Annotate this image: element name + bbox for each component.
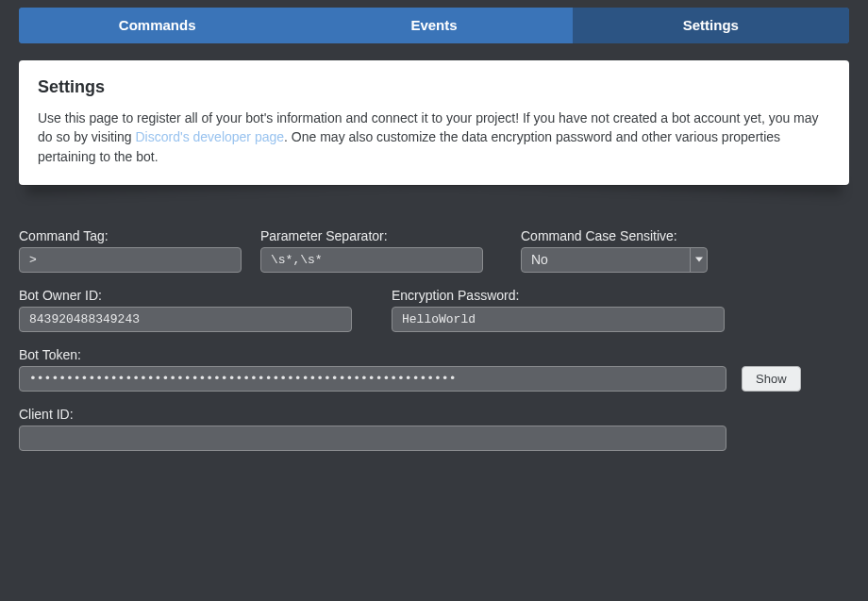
field-bot-owner-id: Bot Owner ID: [19,288,352,332]
tab-settings[interactable]: Settings [573,8,849,43]
settings-form: Command Tag: Parameter Separator: Comman… [19,228,849,451]
label-command-tag: Command Tag: [19,228,242,243]
label-encryption-password: Encryption Password: [392,288,725,303]
parameter-separator-input[interactable] [260,247,483,273]
label-command-case-sensitive: Command Case Sensitive: [521,228,708,243]
settings-card: Settings Use this page to register all o… [19,60,849,185]
discord-developer-link[interactable]: Discord's developer page [136,129,285,144]
bot-owner-id-input[interactable] [19,307,352,332]
tab-commands[interactable]: Commands [19,8,295,43]
card-title: Settings [38,77,830,97]
label-bot-token: Bot Token: [19,347,726,362]
field-command-case-sensitive: Command Case Sensitive: No [521,228,708,273]
field-encryption-password: Encryption Password: [392,288,725,332]
card-description: Use this page to register all of your bo… [38,109,830,166]
command-tag-input[interactable] [19,247,242,273]
field-parameter-separator: Parameter Separator: [260,228,483,273]
command-case-sensitive-select[interactable]: No [521,247,708,273]
tab-label: Settings [683,17,739,33]
bot-token-input[interactable] [19,366,726,392]
show-button[interactable]: Show [742,366,801,392]
tab-events[interactable]: Events [295,8,572,43]
encryption-password-input[interactable] [392,307,725,332]
field-command-tag: Command Tag: [19,228,242,273]
client-id-input[interactable] [19,426,726,451]
field-bot-token: Bot Token: [19,347,726,392]
label-client-id: Client ID: [19,407,726,422]
tab-label: Commands [119,17,196,33]
field-client-id: Client ID: [19,407,726,451]
label-bot-owner-id: Bot Owner ID: [19,288,352,303]
label-parameter-separator: Parameter Separator: [260,228,483,243]
tab-bar: Commands Events Settings [19,8,849,43]
tab-label: Events [410,17,457,33]
